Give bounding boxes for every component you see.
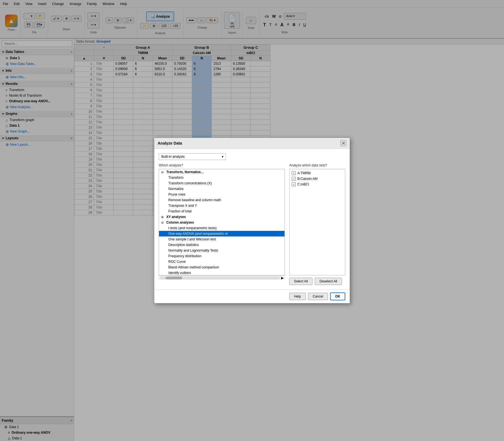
tree-item-spacer [166, 226, 167, 230]
tree-indent-spacer [161, 176, 165, 179]
tree-item-label: Frequency distribution [168, 254, 201, 258]
modal-footer: Help Cancel OK [154, 289, 350, 303]
tree-item-spacer [166, 254, 167, 258]
tree-indent-spacer [161, 182, 165, 185]
dataset-label: B:Calcein AM [297, 177, 318, 181]
dropdown-arrow-icon: ▾ [222, 155, 223, 159]
tree-item-transform-concentrations[interactable]: Transform concentrations (X) [159, 180, 284, 186]
modal-columns: Which analysis? ⊟Transform, Normalize...… [159, 163, 345, 285]
tree-indent-spacer [161, 204, 165, 207]
tree-item-label: Remove baseline and column math [168, 198, 221, 202]
tree-item-spacer [166, 237, 167, 241]
tree-expand-icon[interactable]: ⊞ [161, 215, 165, 219]
tree-item-one-way-anova[interactable]: One-way ANOVA (and nonparametric or [159, 231, 284, 236]
tree-item-transform[interactable]: Transform [159, 175, 284, 180]
ok-btn[interactable]: OK [330, 293, 345, 300]
tree-item-fraction[interactable]: Fraction of total [159, 208, 284, 214]
tree-item-spacer [166, 204, 167, 208]
modal-title: Analyze Data [158, 141, 182, 145]
select-all-btn[interactable]: Select All [289, 278, 312, 285]
tree-item-xy-analyses[interactable]: ⊞XY analyses [159, 214, 284, 220]
which-analysis-label: Which analysis? [159, 163, 285, 167]
tree-indent-spacer [161, 199, 165, 202]
scrollbar-thumb[interactable] [165, 277, 182, 279]
tree-item-transform-normalize[interactable]: ⊟Transform, Normalize... [159, 169, 284, 175]
tree-item-column-analyses[interactable]: ⊟Column analyses [159, 220, 284, 225]
modal-left: Which analysis? ⊟Transform, Normalize...… [159, 163, 285, 285]
tree-item-prune-rows[interactable]: Prune rows [159, 192, 284, 197]
tree-item-bland-altman[interactable]: Bland-Altman method comparison [159, 264, 284, 270]
tree-indent-spacer [161, 193, 165, 196]
tree-item-label: ROC Curve [168, 260, 186, 264]
help-btn[interactable]: Help [289, 293, 306, 300]
tree-item-outliers[interactable]: Identify outliers [159, 270, 284, 275]
tree-expand-icon[interactable]: ⊟ [161, 221, 165, 224]
tree-item-label: Prune rows [168, 192, 185, 196]
dataset-checkbox[interactable]: ✓ [292, 177, 296, 181]
tree-item-frequency[interactable]: Frequency distribution [159, 253, 284, 259]
tree-item-spacer [166, 198, 167, 202]
dataset-item-ds-c[interactable]: ✓C:mBCl [291, 182, 344, 187]
scroll-right-arrow[interactable]: ▶ [281, 276, 284, 280]
tree-item-spacer [166, 260, 167, 264]
tree-indent-spacer [161, 227, 165, 230]
tree-item-label: Transpose X and Y [168, 204, 197, 208]
tree-item-one-sample-t[interactable]: One sample t and Wilcoxon test [159, 236, 284, 242]
tree-item-spacer [166, 209, 167, 213]
tree-indent-spacer [161, 243, 165, 247]
tree-item-normality[interactable]: Normality and Lognormality Tests [159, 248, 284, 253]
tree-item-label: XY analyses [166, 215, 186, 219]
tree-item-transpose[interactable]: Transpose X and Y [159, 203, 284, 208]
tree-item-normalize[interactable]: Normalize [159, 186, 284, 192]
tree-indent-spacer [161, 260, 165, 263]
tree-item-label: Identify outliers [168, 271, 191, 275]
tree-item-spacer [166, 187, 167, 191]
tree-item-spacer [166, 271, 167, 275]
tree-item-label: One-way ANOVA (and nonparametric or [168, 232, 228, 236]
deselect-all-btn[interactable]: Deselect All [315, 278, 342, 285]
tree-item-spacer [166, 181, 167, 185]
modal-body: Built-in analysis ▾ Which analysis? ⊟Tra… [154, 149, 350, 289]
tree-indent-spacer [161, 187, 165, 191]
cancel-btn[interactable]: Cancel [308, 293, 328, 300]
tree-item-t-tests[interactable]: t tests (and nonparametric tests) [159, 225, 284, 231]
tree-item-spacer [166, 176, 167, 180]
tree-indent-spacer [161, 232, 165, 235]
tree-indent-spacer [161, 238, 165, 241]
tree-scrollbar[interactable]: ▶ [159, 275, 285, 280]
tree-item-spacer [166, 192, 167, 196]
dataset-checkbox[interactable]: ✓ [292, 171, 296, 175]
tree-item-label: Descriptive statistics [168, 243, 199, 247]
tree-item-remove-baseline[interactable]: Remove baseline and column math [159, 197, 284, 203]
analysis-tree[interactable]: ⊟Transform, Normalize... Transform Trans… [159, 169, 285, 275]
tree-item-label: Fraction of total [168, 209, 192, 213]
modal-close-btn[interactable]: ✕ [340, 140, 346, 146]
dropdown-label: Built-in analysis [161, 155, 185, 159]
modal-right: Analyze which data sets? ✓A:TMRM✓B:Calce… [289, 163, 345, 285]
tree-expand-icon[interactable]: ⊟ [161, 171, 165, 174]
tree-indent-spacer [161, 255, 165, 258]
tree-item-label: Normality and Lognormality Tests [168, 249, 218, 252]
dataset-item-ds-a[interactable]: ✓A:TMRM [291, 170, 344, 176]
modal-title-bar: Analyze Data ✕ [154, 138, 350, 149]
tree-item-spacer [166, 232, 167, 236]
tree-item-roc[interactable]: ROC Curve [159, 259, 284, 264]
analysis-type-dropdown[interactable]: Built-in analysis ▾ [159, 153, 226, 160]
tree-item-label: Transform [168, 176, 183, 180]
dataset-item-ds-b[interactable]: ✓B:Calcein AM [291, 176, 344, 182]
tree-item-label: t tests (and nonparametric tests) [168, 226, 216, 230]
dataset-checkbox[interactable]: ✓ [292, 182, 296, 186]
modal-overlay: Analyze Data ✕ Built-in analysis ▾ Which… [0, 0, 504, 441]
tree-indent-spacer [161, 249, 165, 252]
tree-indent-spacer [161, 271, 165, 275]
scrollbar-track [160, 277, 280, 279]
analyze-data-modal: Analyze Data ✕ Built-in analysis ▾ Which… [154, 138, 350, 303]
tree-item-label: Normalize [168, 187, 183, 191]
tree-item-spacer [166, 265, 167, 269]
tree-item-label: Bland-Altman method comparison [168, 265, 219, 269]
tree-item-descriptive[interactable]: Descriptive statistics [159, 242, 284, 248]
dataset-label: A:TMRM [297, 171, 311, 175]
tree-item-label: One sample t and Wilcoxon test [168, 237, 216, 241]
dataset-label: C:mBCl [297, 182, 309, 186]
which-datasets-label: Analyze which data sets? [289, 163, 345, 167]
